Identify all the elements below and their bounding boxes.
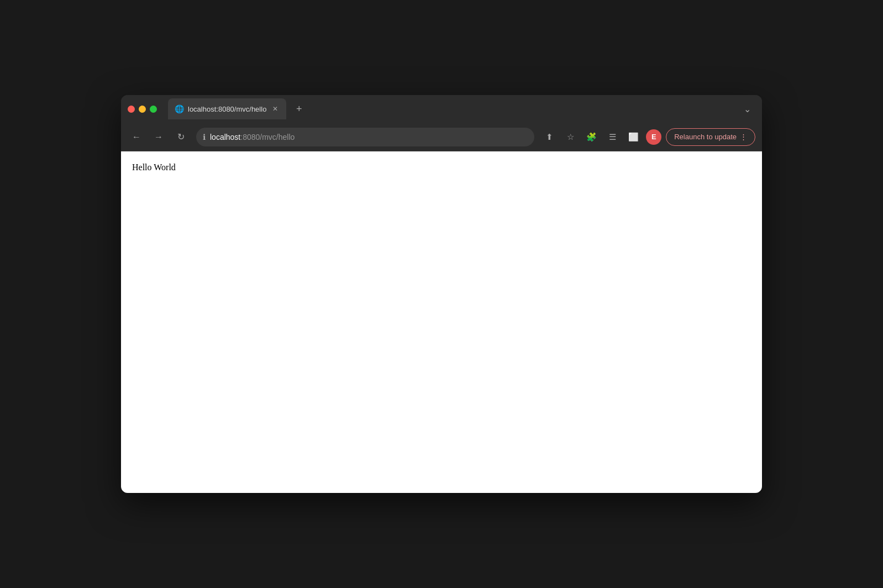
tab-close-button[interactable]: ✕ [271, 104, 280, 113]
forward-button[interactable]: → [150, 128, 167, 146]
more-icon: ⋮ [740, 133, 747, 141]
maximize-button[interactable] [150, 106, 157, 113]
tab-dropdown-button[interactable]: ⌄ [739, 102, 755, 117]
page-content: Hello World [121, 151, 762, 493]
address-path: :8080/mvc/hello [240, 133, 295, 141]
reload-icon: ↻ [177, 132, 185, 142]
split-view-button[interactable]: ⬜ [625, 129, 642, 145]
back-icon: ← [132, 132, 141, 142]
forward-icon: → [154, 132, 163, 142]
tab-favicon-icon: 🌐 [175, 104, 183, 113]
window-controls [128, 106, 157, 113]
minimize-button[interactable] [139, 106, 146, 113]
active-tab[interactable]: 🌐 localhost:8080/mvc/hello ✕ [168, 98, 286, 119]
close-button[interactable] [128, 106, 135, 113]
media-button[interactable]: ☰ [604, 129, 621, 145]
relaunch-button[interactable]: Relaunch to update ⋮ [666, 128, 755, 146]
new-tab-button[interactable]: + [291, 101, 307, 117]
address-info-icon: ℹ [203, 133, 206, 141]
address-bar[interactable]: ℹ localhost:8080/mvc/hello [196, 128, 534, 146]
profile-button[interactable]: E [646, 129, 661, 145]
bookmark-icon: ☆ [567, 132, 574, 142]
share-button[interactable]: ⬆ [541, 129, 558, 145]
address-text: localhost:8080/mvc/hello [210, 133, 528, 141]
address-host: localhost [210, 133, 240, 141]
split-icon: ⬜ [628, 132, 639, 142]
tab-bar: 🌐 localhost:8080/mvc/hello ✕ + ⌄ [121, 95, 762, 123]
browser-window: 🌐 localhost:8080/mvc/hello ✕ + ⌄ ← → ↻ ℹ… [121, 95, 762, 493]
tab-title: localhost:8080/mvc/hello [188, 105, 266, 113]
nav-bar: ← → ↻ ℹ localhost:8080/mvc/hello ⬆ ☆ 🧩 ☰… [121, 123, 762, 151]
media-icon: ☰ [609, 132, 616, 142]
reload-button[interactable]: ↻ [172, 128, 190, 146]
share-icon: ⬆ [546, 132, 553, 142]
page-body-text: Hello World [132, 162, 176, 172]
extensions-button[interactable]: 🧩 [583, 129, 600, 145]
relaunch-label: Relaunch to update [674, 133, 737, 141]
back-button[interactable]: ← [128, 128, 145, 146]
extensions-icon: 🧩 [586, 132, 597, 142]
bookmark-button[interactable]: ☆ [562, 129, 579, 145]
